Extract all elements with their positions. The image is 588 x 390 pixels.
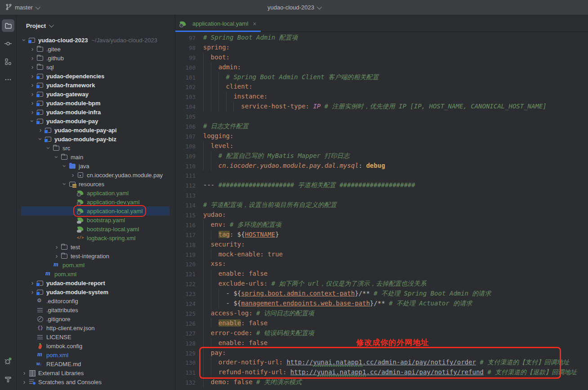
- tree-item-application-local-yaml[interactable]: application-local.yaml: [17, 206, 175, 215]
- code-line-109[interactable]: 109# 配置自己写的 MyBatis Mapper 打印日志: [175, 151, 588, 161]
- line-number[interactable]: 117: [175, 230, 196, 240]
- line-number[interactable]: 97: [175, 33, 196, 43]
- line-number[interactable]: 108: [175, 141, 196, 151]
- chevron-collapsed-icon[interactable]: ›: [28, 55, 36, 61]
- tree-item-test[interactable]: ›test: [17, 242, 175, 251]
- line-number[interactable]: 109: [175, 151, 196, 161]
- tree-item-yudao-module-pay-biz[interactable]: ›yudao-module-pay-biz: [17, 134, 175, 143]
- line-number[interactable]: 122: [175, 279, 196, 289]
- line-number[interactable]: 131: [175, 368, 196, 377]
- line-number[interactable]: 114: [175, 200, 196, 210]
- line-number[interactable]: 107: [175, 131, 196, 141]
- debug-icon[interactable]: [2, 355, 14, 368]
- line-number[interactable]: 123: [175, 289, 196, 299]
- tree-item--gitignore[interactable]: .gitignore: [17, 314, 175, 323]
- tree-item--github[interactable]: ›.github: [17, 54, 175, 63]
- chevron-collapsed-icon[interactable]: ›: [20, 379, 28, 385]
- tree-item-yudao-module-system[interactable]: ›yudao-module-system: [17, 287, 175, 296]
- line-number[interactable]: 119: [175, 250, 196, 260]
- code-line-102[interactable]: 102client:: [175, 82, 588, 92]
- code-line-105[interactable]: 105: [175, 112, 588, 121]
- code-line-103[interactable]: 103instance:: [175, 92, 588, 102]
- project-panel-header[interactable]: Project: [17, 20, 175, 31]
- code-line-119[interactable]: 119mock-enable: true: [175, 250, 588, 260]
- chevron-collapsed-icon[interactable]: ›: [28, 82, 36, 88]
- tree-item-src[interactable]: ›src: [17, 143, 175, 152]
- chevron-expanded-icon[interactable]: ›: [45, 145, 53, 151]
- code-line-132[interactable]: 132demo: false # 关闭演示模式: [175, 377, 588, 387]
- line-number[interactable]: 118: [175, 240, 196, 250]
- chevron-collapsed-icon[interactable]: ›: [69, 172, 77, 178]
- code-line-101[interactable]: 101# Spring Boot Admin Client 客户端的相关配置: [175, 72, 588, 82]
- line-number[interactable]: 120: [175, 259, 196, 269]
- tab-application-local-yaml[interactable]: application-local.yaml ×: [175, 16, 261, 31]
- tree-item-bootstrap-yaml[interactable]: bootstrap.yaml: [17, 215, 175, 224]
- build-icon[interactable]: [2, 373, 14, 386]
- chevron-collapsed-icon[interactable]: ›: [28, 91, 36, 97]
- code-line-123[interactable]: 123- ${spring.boot.admin.context-path}/*…: [175, 289, 588, 299]
- line-number[interactable]: 115: [175, 210, 196, 220]
- line-number[interactable]: 102: [175, 82, 196, 92]
- code-line-117[interactable]: 117tag: ${HOSTNAME}: [175, 230, 588, 240]
- chevron-collapsed-icon[interactable]: ›: [53, 244, 61, 250]
- chevron-expanded-icon[interactable]: ›: [36, 136, 45, 142]
- chevron-collapsed-icon[interactable]: ›: [28, 289, 36, 295]
- line-number[interactable]: 116: [175, 220, 196, 230]
- line-number[interactable]: 128: [175, 338, 196, 348]
- line-number[interactable]: 98: [175, 43, 196, 53]
- tree-item-application-dev-yaml[interactable]: application-dev.yaml: [17, 197, 175, 206]
- code-line-127[interactable]: 127error-code: # 错误码相关配置项: [175, 328, 588, 338]
- code-line-124[interactable]: 124- ${management.endpoints.web.base-pat…: [175, 299, 588, 309]
- tree-item-bootstrap-local-yaml[interactable]: bootstrap-local.yaml: [17, 224, 175, 233]
- line-number[interactable]: 124: [175, 299, 196, 309]
- code-line-113[interactable]: 113: [175, 190, 588, 200]
- more-icon[interactable]: [2, 73, 14, 86]
- project-folder-icon[interactable]: [2, 19, 14, 32]
- tree-item-java[interactable]: ›java: [17, 161, 175, 170]
- tree-item-scratches-and-consoles[interactable]: ›Scratches and Consoles: [17, 377, 175, 386]
- code-line-104[interactable]: 104service-host-type: IP # 注册实例时，优先使用 IP…: [175, 102, 588, 112]
- code-area[interactable]: 97# Spring Boot Admin 配置项98spring:99boot…: [175, 32, 588, 390]
- line-number[interactable]: 130: [175, 358, 196, 368]
- line-number[interactable]: 121: [175, 269, 196, 279]
- tree-item--editorconfig[interactable]: .editorconfig: [17, 296, 175, 305]
- chevron-collapsed-icon[interactable]: ›: [28, 73, 36, 79]
- code-line-108[interactable]: 108level:: [175, 141, 588, 151]
- chevron-collapsed-icon[interactable]: ›: [53, 253, 61, 259]
- line-number[interactable]: 110: [175, 161, 196, 171]
- line-number[interactable]: 100: [175, 63, 196, 72]
- chevron-collapsed-icon[interactable]: ›: [28, 64, 36, 70]
- code-line-122[interactable]: 122exclude-urls: # 如下两个 url，仅仅是为了演示，去掉配置…: [175, 279, 588, 289]
- code-line-131[interactable]: 131refund-notify-url: http://yunai.natap…: [175, 368, 588, 377]
- tree-item-yudao-cloud-2023[interactable]: ›yudao-cloud-2023~/Java/yudao-cloud-2023: [17, 36, 175, 45]
- code-line-106[interactable]: 106# 日志文件配置: [175, 121, 588, 131]
- line-number[interactable]: 127: [175, 328, 196, 338]
- tree-item-main[interactable]: ›main: [17, 152, 175, 161]
- code-line-111[interactable]: 111: [175, 170, 588, 180]
- tree-item-pom-xml[interactable]: pom.xml: [17, 350, 175, 359]
- code-line-99[interactable]: 99boot:: [175, 53, 588, 63]
- tree-item-pom-xml[interactable]: pom.xml: [17, 269, 175, 278]
- tree-item--gitee[interactable]: ›.gitee: [17, 45, 175, 54]
- tree-item-yudao-module-pay[interactable]: ›yudao-module-pay: [17, 117, 175, 126]
- line-number[interactable]: 103: [175, 92, 196, 102]
- line-number[interactable]: 104: [175, 102, 196, 112]
- tree-item-yudao-module-bpm[interactable]: ›yudao-module-bpm: [17, 99, 175, 108]
- chevron-expanded-icon[interactable]: ›: [61, 181, 69, 187]
- line-number[interactable]: 129: [175, 348, 196, 358]
- code-line-97[interactable]: 97# Spring Boot Admin 配置项: [175, 33, 588, 43]
- tree-item-test-integration[interactable]: ›test-integration: [17, 251, 175, 260]
- line-number[interactable]: 132: [175, 377, 196, 387]
- tree-item-logback-spring-xml[interactable]: logback-spring.xml: [17, 233, 175, 242]
- tree-item-pom-xml[interactable]: pom.xml: [17, 260, 175, 269]
- chevron-collapsed-icon[interactable]: ›: [28, 109, 36, 115]
- code-line-98[interactable]: 98spring:: [175, 43, 588, 53]
- project-title-widget[interactable]: yudao-cloud-2023: [267, 4, 321, 11]
- code-line-114[interactable]: 114# 芋道配置项，设置当前项目所有自定义的配置: [175, 200, 588, 210]
- tree-item-yudao-module-report[interactable]: ›yudao-module-report: [17, 278, 175, 287]
- chevron-expanded-icon[interactable]: ›: [28, 118, 36, 124]
- git-branch-widget[interactable]: master: [5, 4, 39, 12]
- chevron-collapsed-icon[interactable]: ›: [28, 46, 36, 52]
- code-line-129[interactable]: 129pay:: [175, 348, 588, 358]
- code-line-121[interactable]: 121enable: false: [175, 269, 588, 279]
